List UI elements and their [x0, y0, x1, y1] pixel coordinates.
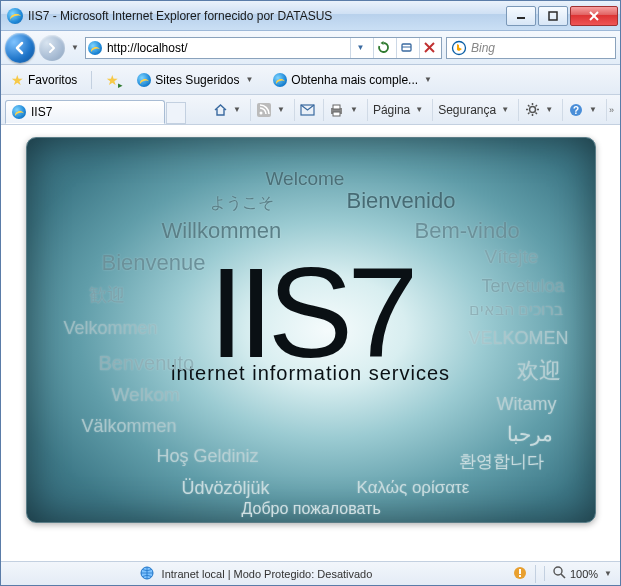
chevron-down-icon: ▼ — [413, 105, 425, 114]
toolbar-chevron[interactable]: » — [606, 99, 616, 121]
chevron-down-icon: ▼ — [543, 105, 555, 114]
command-bar: IIS7 ▼ ▼ ▼ Página ▼ Segurança ▼ ▼ — [1, 95, 620, 125]
page-menu[interactable]: Página ▼ — [367, 99, 430, 121]
iis-logo-text: IIS7 — [171, 259, 450, 368]
svg-point-30 — [554, 567, 562, 575]
welcome-word: Welcome — [266, 168, 345, 190]
suggested-sites-button[interactable]: Sites Sugeridos ▼ — [133, 71, 259, 89]
new-tab-button[interactable] — [166, 102, 186, 124]
help-icon: ? — [568, 102, 584, 118]
welcome-word: Benvenuto — [99, 352, 195, 375]
page-label: Página — [373, 103, 410, 117]
mail-icon — [300, 102, 316, 118]
welcome-word: مرحبا — [507, 422, 553, 446]
maximize-button[interactable] — [538, 6, 568, 26]
welcome-word: 환영합니다 — [459, 450, 544, 473]
slice-label: Obtenha mais comple... — [291, 73, 418, 87]
minimize-button[interactable] — [506, 6, 536, 26]
address-dropdown[interactable]: ▼ — [350, 38, 370, 58]
chevron-down-icon: ▼ — [243, 75, 255, 84]
zoom-control[interactable]: 100% ▼ — [544, 566, 614, 581]
globe-icon — [140, 566, 154, 582]
home-button[interactable]: ▼ — [207, 99, 248, 121]
print-button[interactable]: ▼ — [323, 99, 365, 121]
zoom-value: 100% — [570, 568, 598, 580]
svg-text:?: ? — [573, 105, 579, 116]
chevron-down-icon: ▼ — [231, 105, 243, 114]
rss-icon — [256, 102, 272, 118]
svg-rect-28 — [519, 569, 521, 574]
welcome-word: ברוכים הבאים — [469, 300, 563, 319]
feeds-button[interactable]: ▼ — [250, 99, 292, 121]
browser-window: IIS7 - Microsoft Internet Explorer forne… — [0, 0, 621, 586]
forward-button[interactable] — [39, 35, 65, 61]
security-zone-text: Intranet local | Modo Protegido: Desativ… — [162, 568, 373, 580]
welcome-word: 歓迎 — [89, 283, 125, 307]
welcome-word: Velkommen — [64, 318, 158, 339]
arrow-left-icon — [12, 40, 28, 56]
print-icon — [329, 102, 345, 118]
bing-icon — [451, 40, 467, 56]
iis-subtitle: internet information services — [171, 362, 450, 385]
separator — [91, 71, 92, 89]
safety-menu[interactable]: Segurança ▼ — [432, 99, 516, 121]
close-button[interactable] — [570, 6, 618, 26]
add-to-bar-button[interactable]: ★▸ — [102, 70, 123, 90]
favorites-button[interactable]: ★ Favoritos — [7, 70, 81, 90]
star-icon: ★ — [11, 72, 24, 88]
tab-title: IIS7 — [31, 105, 52, 119]
nav-history-dropdown[interactable]: ▼ — [69, 43, 81, 52]
svg-line-31 — [561, 574, 565, 578]
page-icon — [88, 41, 102, 55]
svg-line-20 — [528, 105, 530, 107]
star-arrow-icon: ★▸ — [106, 72, 119, 88]
welcome-word: Καλώς ορίσατε — [357, 478, 470, 498]
minimize-icon — [516, 11, 526, 21]
svg-line-23 — [528, 113, 530, 115]
welcome-word: Bem-vindo — [415, 218, 520, 244]
titlebar: IIS7 - Microsoft Internet Explorer forne… — [1, 1, 620, 31]
ie-small-icon — [137, 73, 151, 87]
zoom-icon — [553, 566, 566, 581]
protected-mode-icon[interactable] — [513, 566, 527, 582]
compat-button[interactable] — [396, 38, 416, 58]
tab-active[interactable]: IIS7 — [5, 100, 165, 124]
search-box[interactable]: Bing — [446, 37, 616, 59]
maximize-icon — [548, 11, 558, 21]
welcome-word: ようこそ — [210, 193, 274, 214]
safety-label: Segurança — [438, 103, 496, 117]
chevron-right-icon: » — [609, 105, 614, 115]
help-button[interactable]: ? ▼ — [562, 99, 604, 121]
stop-button[interactable] — [419, 38, 439, 58]
web-slice-button[interactable]: Obtenha mais comple... ▼ — [269, 71, 438, 89]
svg-rect-14 — [333, 112, 340, 116]
arrow-right-icon — [45, 41, 59, 55]
stop-icon — [424, 42, 435, 53]
status-bar: Intranet local | Modo Protegido: Desativ… — [1, 561, 620, 585]
iis-logo: IIS7 internet information services — [171, 259, 450, 385]
back-button[interactable] — [5, 33, 35, 63]
page-content: IIS7 internet information services Welco… — [1, 125, 620, 561]
svg-line-22 — [535, 105, 537, 107]
search-placeholder: Bing — [471, 41, 495, 55]
welcome-word: Welkom — [112, 384, 180, 406]
window-title: IIS7 - Microsoft Internet Explorer forne… — [28, 9, 504, 23]
chevron-down-icon: ▼ — [422, 75, 434, 84]
close-icon — [588, 10, 600, 22]
separator — [535, 565, 536, 583]
refresh-button[interactable] — [373, 38, 393, 58]
welcome-word: Witamy — [497, 394, 557, 415]
favorites-label: Favoritos — [28, 73, 77, 87]
suggested-label: Sites Sugeridos — [155, 73, 239, 87]
chevron-down-icon: ▼ — [587, 105, 599, 114]
url-input[interactable] — [105, 39, 347, 57]
svg-line-21 — [535, 113, 537, 115]
compat-icon — [400, 41, 413, 54]
svg-rect-1 — [549, 12, 557, 20]
address-bar[interactable]: ▼ — [85, 37, 442, 59]
tools-menu[interactable]: ▼ — [518, 99, 560, 121]
welcome-word: Tervetuloa — [482, 276, 565, 297]
welcome-word: 欢迎 — [517, 356, 561, 386]
home-icon — [212, 102, 228, 118]
read-mail-button[interactable] — [294, 99, 321, 121]
